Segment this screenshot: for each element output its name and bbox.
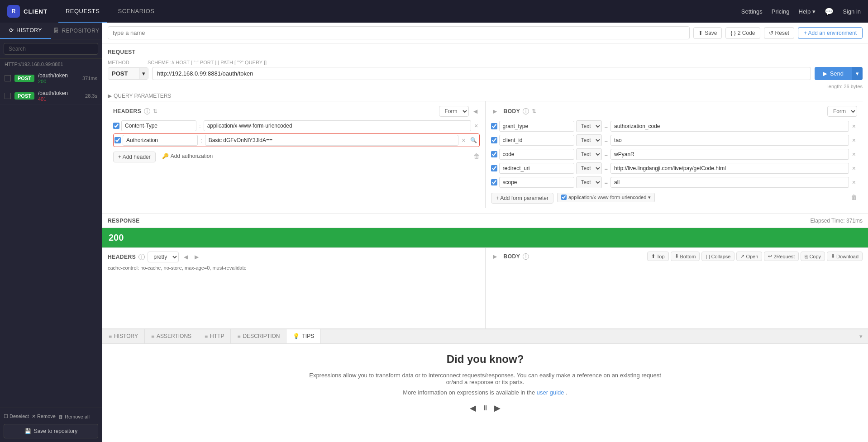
resp-body-info-icon[interactable]: i xyxy=(523,253,529,260)
tab-assertions[interactable]: ≡ ASSERTIONS xyxy=(145,329,198,343)
collapse-button[interactable]: [ ] Collapse xyxy=(701,252,734,261)
add-authorization-button[interactable]: 🔑 Add authorization xyxy=(159,150,215,162)
body-key-input[interactable] xyxy=(499,177,574,188)
header-checkbox[interactable] xyxy=(114,137,121,143)
body-info-icon[interactable]: i xyxy=(523,108,529,114)
body-field-close-icon[interactable]: × xyxy=(851,165,857,172)
body-value-input[interactable] xyxy=(610,121,849,132)
headers-info-icon[interactable]: i xyxy=(144,108,150,114)
tab-history-bottom[interactable]: ≡ HISTORY xyxy=(102,329,145,343)
body-sort-icon[interactable]: ⇅ xyxy=(532,108,536,114)
header-close-icon[interactable]: × xyxy=(473,122,479,129)
send-button[interactable]: ▶ Send xyxy=(815,67,852,80)
body-field-checkbox[interactable] xyxy=(491,123,497,129)
headers-form-select[interactable]: Form xyxy=(439,106,469,117)
tips-next-button[interactable]: ▶ xyxy=(494,403,501,413)
send-dropdown-button[interactable]: ▾ xyxy=(852,67,863,80)
headers-pretty-select[interactable]: pretty xyxy=(148,252,179,262)
add-environment-button[interactable]: + Add an environment xyxy=(798,27,863,39)
resp-body-divider[interactable]: ▶ xyxy=(491,253,499,260)
body-field-close-icon[interactable]: × xyxy=(851,123,857,130)
body-field-close-icon[interactable]: × xyxy=(851,179,857,186)
body-field-close-icon[interactable]: × xyxy=(851,137,857,144)
add-header-button[interactable]: + Add header xyxy=(113,152,156,162)
pricing-link[interactable]: Pricing xyxy=(772,8,790,15)
item-checkbox[interactable] xyxy=(5,75,11,81)
body-form-select[interactable]: Form xyxy=(827,106,857,117)
resp-divider[interactable]: ◀ xyxy=(181,254,190,260)
deselect-btn[interactable]: ☐ Deselect xyxy=(4,413,29,419)
reset-button[interactable]: ↺ Reset xyxy=(764,27,794,39)
body-type-select[interactable]: Text xyxy=(576,162,602,174)
item-checkbox[interactable] xyxy=(5,93,11,99)
body-type-select[interactable]: Text xyxy=(576,120,602,132)
tips-pause-button[interactable]: ⏸ xyxy=(482,404,489,412)
bottom-button[interactable]: ⬇ Bottom xyxy=(671,252,700,261)
save-button[interactable]: ⬆ Save xyxy=(693,27,722,39)
tab-tips[interactable]: 💡 TIPS xyxy=(286,329,321,343)
header-key-input[interactable] xyxy=(121,120,196,131)
body-key-input[interactable] xyxy=(499,149,574,160)
method-dropdown[interactable]: POST GET PUT DELETE xyxy=(108,68,139,79)
body-key-input[interactable] xyxy=(499,121,574,132)
url-input[interactable] xyxy=(152,67,811,80)
body-type-select[interactable]: Text xyxy=(576,134,602,146)
request-name-input[interactable] xyxy=(108,26,690,39)
resp-headers-info-icon[interactable]: i xyxy=(138,254,145,260)
header-value-input[interactable] xyxy=(205,135,459,146)
nav-tab-requests[interactable]: REQUESTS xyxy=(58,0,107,23)
search-input[interactable] xyxy=(4,43,98,55)
tab-http[interactable]: ≡ HTTP xyxy=(198,329,231,343)
tab-description[interactable]: ≡ DESCRIPTION xyxy=(231,329,286,343)
tips-prev-button[interactable]: ◀ xyxy=(470,403,476,413)
body-field-checkbox[interactable] xyxy=(491,137,497,143)
body-field-close-icon[interactable]: × xyxy=(851,151,857,158)
tips-user-guide-link[interactable]: user guide xyxy=(537,389,564,396)
content-type-badge[interactable]: application/x-www-form-urlencoded ▾ xyxy=(557,193,655,202)
resp-divider2[interactable]: ▶ xyxy=(192,254,200,260)
header-search-icon[interactable]: 🔍 xyxy=(469,137,478,143)
code-button[interactable]: { } 2 Code xyxy=(725,27,760,39)
body-value-input[interactable] xyxy=(610,163,849,174)
body-key-input[interactable] xyxy=(499,163,574,174)
query-params-toggle[interactable]: ▶ QUERY PARAMETERS xyxy=(108,91,863,101)
body-field-checkbox[interactable] xyxy=(491,165,497,171)
header-checkbox[interactable] xyxy=(113,123,119,129)
header-value-input[interactable] xyxy=(204,120,472,131)
header-close-icon[interactable]: × xyxy=(460,137,467,144)
top-button[interactable]: ⬆ Top xyxy=(647,252,669,261)
body-divider-arrow[interactable]: ▶ xyxy=(491,108,499,114)
download-button[interactable]: ⬇ Download xyxy=(827,252,863,261)
tab-repository[interactable]: 🗄 REPOSITORY xyxy=(51,23,102,39)
headers-divider-arrow[interactable]: ◀ xyxy=(472,108,480,114)
body-type-select[interactable]: Text xyxy=(576,176,602,188)
method-arrow[interactable]: ▾ xyxy=(139,68,148,79)
signin-link[interactable]: Sign in xyxy=(843,8,861,15)
remove-btn[interactable]: ✕ Remove xyxy=(32,413,56,419)
copy-button[interactable]: ⎘ Copy xyxy=(801,252,825,261)
add-form-parameter-button[interactable]: + Add form parameter xyxy=(491,193,553,204)
open-button[interactable]: ↗ Open xyxy=(736,252,762,261)
settings-link[interactable]: Settings xyxy=(741,8,763,15)
remove-all-btn[interactable]: 🗑 Remove all xyxy=(58,414,90,419)
save-to-repository-button[interactable]: 💾 Save to repository xyxy=(4,424,98,438)
body-value-input[interactable] xyxy=(610,135,849,146)
body-key-input[interactable] xyxy=(499,135,574,146)
body-field-checkbox[interactable] xyxy=(491,179,497,185)
headers-sort-icon[interactable]: ⇅ xyxy=(153,108,157,114)
chat-icon[interactable]: 💬 xyxy=(825,7,834,16)
to-request-button[interactable]: ↩ 2Request xyxy=(764,252,799,261)
tab-history[interactable]: ⟳ HISTORY xyxy=(0,23,51,39)
header-key-input[interactable] xyxy=(123,135,198,146)
collapse-bottom-panel-button[interactable]: ▾ xyxy=(854,329,868,343)
content-type-checkbox[interactable] xyxy=(561,195,567,200)
delete-all-headers-icon[interactable]: 🗑 xyxy=(473,152,480,160)
nav-tab-scenarios[interactable]: SCENARIOS xyxy=(110,0,162,23)
body-type-select[interactable]: Text xyxy=(576,148,602,160)
help-link[interactable]: Help ▾ xyxy=(799,8,816,15)
method-select[interactable]: POST GET PUT DELETE ▾ xyxy=(108,67,148,80)
list-item[interactable]: POST /oauth/token 401 28.3s xyxy=(0,87,102,105)
delete-all-body-icon[interactable]: 🗑 xyxy=(851,194,857,201)
list-item[interactable]: POST /oauth/token 200 371ms xyxy=(0,70,102,87)
body-field-checkbox[interactable] xyxy=(491,151,497,157)
